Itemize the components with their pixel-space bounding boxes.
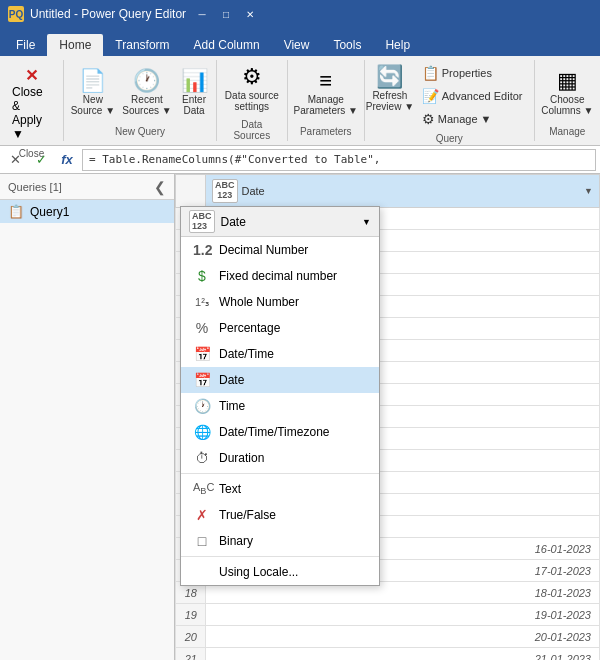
datetimezone-icon: 🌐 (193, 424, 211, 440)
using-locale-label: Using Locale... (219, 565, 298, 579)
binary-icon: □ (193, 533, 211, 549)
dropdown-item-time[interactable]: 🕐 Time (181, 393, 379, 419)
text-icon: ABC (193, 481, 211, 496)
minimize-button[interactable]: ─ (192, 6, 212, 22)
query-icon: 📋 (8, 204, 24, 219)
dropdown-item-duration[interactable]: ⏱ Duration (181, 445, 379, 471)
ribbon-tab-bar: File Home Transform Add Column View Tool… (0, 28, 600, 56)
time-icon: 🕐 (193, 398, 211, 414)
dropdown-item-using-locale[interactable]: Using Locale... (181, 559, 379, 585)
advanced-editor-button[interactable]: 📝 Advanced Editor (415, 85, 530, 107)
close-window-button[interactable]: ✕ (240, 6, 260, 22)
date-col-header-content[interactable]: ABC123 Date ▼ (206, 175, 599, 207)
maximize-button[interactable]: □ (216, 6, 236, 22)
tab-home[interactable]: Home (47, 34, 103, 56)
title-bar: PQ Untitled - Power Query Editor ─ □ ✕ (0, 0, 600, 28)
refresh-preview-button[interactable]: 🔄 RefreshPreview ▼ (369, 62, 411, 116)
data-source-settings-icon: ⚙ (242, 66, 262, 88)
dropdown-item-datetimezone[interactable]: 🌐 Date/Time/Timezone (181, 419, 379, 445)
tab-view[interactable]: View (272, 34, 322, 56)
dropdown-header: ABC123 Date ▼ (181, 207, 379, 237)
date-label: Date (219, 373, 244, 387)
new-query-group-label: New Query (68, 123, 212, 139)
manage-button[interactable]: ⚙ Manage ▼ (415, 108, 530, 130)
tab-file[interactable]: File (4, 34, 47, 56)
fixed-decimal-icon: $ (193, 268, 211, 284)
percentage-label: Percentage (219, 321, 280, 335)
row-number-cell: 19 (176, 604, 206, 626)
col-dropdown-arrow[interactable]: ▼ (584, 186, 593, 196)
manage-parameters-icon: ≡ (319, 70, 332, 92)
row-number-header (176, 175, 206, 208)
dropdown-item-date[interactable]: 📅 Date (181, 367, 379, 393)
fx-button[interactable]: fx (56, 149, 78, 171)
sidebar-item-query1[interactable]: 📋 Query1 (0, 200, 174, 223)
dropdown-item-datetime[interactable]: 📅 Date/Time (181, 341, 379, 367)
time-label: Time (219, 399, 245, 413)
datetimezone-label: Date/Time/Timezone (219, 425, 329, 439)
recent-sources-button[interactable]: 🕐 RecentSources ▼ (120, 66, 174, 120)
row-number-cell: 21 (176, 648, 206, 661)
advanced-editor-icon: 📝 (422, 88, 439, 104)
percentage-icon: % (193, 320, 211, 336)
title-text: Untitled - Power Query Editor (30, 7, 186, 21)
tab-add-column[interactable]: Add Column (182, 34, 272, 56)
dropdown-item-decimal[interactable]: 1.2 Decimal Number (181, 237, 379, 263)
dropdown-header-name: Date (221, 215, 246, 229)
ribbon-group-new-query: 📄 NewSource ▼ 🕐 RecentSources ▼ 📊 EnterD… (64, 60, 217, 141)
date-type-icon[interactable]: ABC123 (212, 179, 238, 203)
dropdown-header-arrow[interactable]: ▼ (362, 217, 371, 227)
dropdown-item-truefalse[interactable]: ✗ True/False (181, 502, 379, 528)
data-sources-group-label: Data Sources (221, 116, 283, 143)
new-source-button[interactable]: 📄 NewSource ▼ (68, 66, 118, 120)
formula-input[interactable] (82, 149, 596, 171)
dropdown-item-whole[interactable]: 1²₃ Whole Number (181, 289, 379, 315)
datetime-label: Date/Time (219, 347, 274, 361)
formula-bar: ✕ ✓ fx (0, 146, 600, 174)
tab-help[interactable]: Help (373, 34, 422, 56)
data-source-settings-button[interactable]: ⚙ Data sourcesettings (221, 62, 283, 116)
whole-number-icon: 1²₃ (193, 296, 211, 309)
choose-columns-button[interactable]: ▦ ChooseColumns ▼ (539, 66, 597, 120)
query1-label: Query1 (30, 205, 69, 219)
formula-cancel-button[interactable]: ✕ (4, 149, 26, 171)
date-cell: 19-01-2023 (206, 604, 600, 626)
dropdown-header-type-icon[interactable]: ABC123 (189, 210, 215, 234)
decimal-label: Decimal Number (219, 243, 308, 257)
query-group-label: Query (369, 130, 529, 146)
manage-parameters-button[interactable]: ≡ ManageParameters ▼ (292, 66, 360, 120)
truefalse-icon: ✗ (193, 507, 211, 523)
enter-data-icon: 📊 (181, 70, 208, 92)
date-column-header[interactable]: ABC123 Date ▼ (206, 175, 600, 208)
sidebar: Queries [1] ❮ 📋 Query1 (0, 174, 175, 660)
date-col-name: Date (242, 185, 265, 197)
tab-tools[interactable]: Tools (321, 34, 373, 56)
ribbon: ✕ Close & Apply ▼ Close 📄 NewSource ▼ 🕐 … (0, 56, 600, 146)
enter-data-button[interactable]: 📊 EnterData (176, 66, 212, 120)
choose-columns-icon: ▦ (557, 70, 578, 92)
refresh-preview-icon: 🔄 (376, 66, 403, 88)
dropdown-item-text[interactable]: ABC Text (181, 476, 379, 502)
dropdown-separator-2 (181, 556, 379, 557)
dropdown-item-fixed-decimal[interactable]: $ Fixed decimal number (181, 263, 379, 289)
sidebar-header: Queries [1] ❮ (0, 174, 174, 200)
date-icon: 📅 (193, 372, 211, 388)
tab-transform[interactable]: Transform (103, 34, 181, 56)
close-apply-button[interactable]: ✕ Close & Apply ▼ (4, 62, 59, 145)
properties-icon: 📋 (422, 65, 439, 81)
window-controls[interactable]: ─ □ ✕ (192, 6, 260, 22)
text-label: Text (219, 482, 241, 496)
properties-button[interactable]: 📋 Properties (415, 62, 530, 84)
table-row: 2020-01-2023 (176, 626, 600, 648)
row-number-cell: 20 (176, 626, 206, 648)
formula-confirm-button[interactable]: ✓ (30, 149, 52, 171)
ribbon-group-data-sources: ⚙ Data sourcesettings Data Sources (217, 60, 288, 141)
manage-icon: ⚙ (422, 111, 435, 127)
collapse-sidebar-button[interactable]: ❮ (154, 179, 166, 195)
duration-icon: ⏱ (193, 450, 211, 466)
type-dropdown-menu: ABC123 Date ▼ 1.2 Decimal Number $ Fixed… (180, 206, 380, 586)
dropdown-item-percentage[interactable]: % Percentage (181, 315, 379, 341)
ribbon-group-parameters: ≡ ManageParameters ▼ Parameters (288, 60, 365, 141)
recent-sources-icon: 🕐 (133, 70, 160, 92)
dropdown-item-binary[interactable]: □ Binary (181, 528, 379, 554)
